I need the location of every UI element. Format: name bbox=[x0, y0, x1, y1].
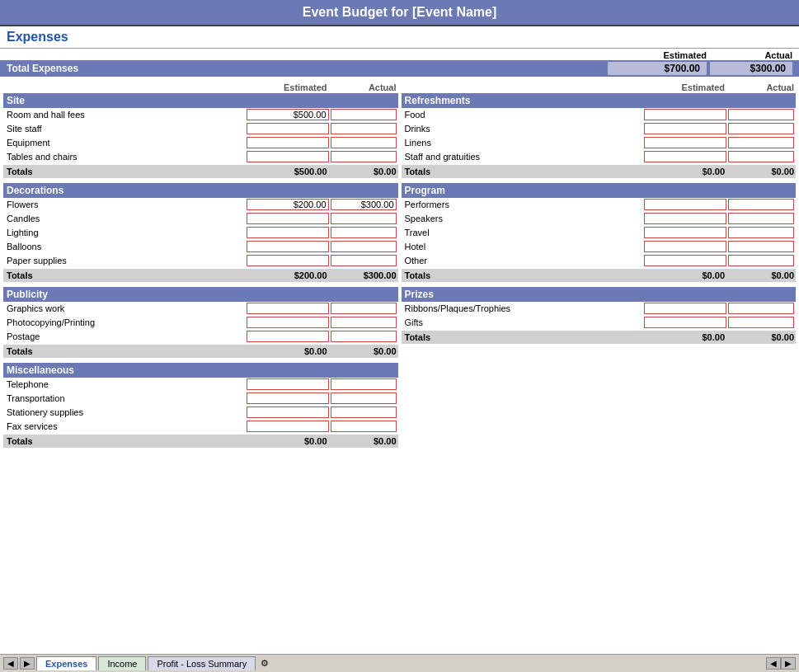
table-row: Other bbox=[402, 254, 797, 268]
misc-title: Miscellaneous bbox=[3, 363, 398, 378]
dec-candles-act[interactable] bbox=[331, 213, 397, 224]
prog-speakers-est[interactable] bbox=[644, 213, 726, 224]
total-expenses-label: Total Expenses bbox=[7, 63, 608, 74]
program-title: Program bbox=[402, 183, 797, 198]
page-title: Event Budget for [Event Name] bbox=[0, 0, 799, 26]
program-section: Program Performers Speakers Travel Hotel bbox=[402, 183, 797, 282]
dec-balloons-act[interactable] bbox=[331, 241, 397, 252]
prog-other-est[interactable] bbox=[644, 255, 726, 266]
tab-profit-loss[interactable]: Profit - Loss Summary bbox=[148, 656, 256, 670]
misc-fax-est[interactable] bbox=[247, 421, 329, 432]
miscellaneous-section: Miscellaneous Telephone Transportation S… bbox=[3, 363, 398, 448]
prog-travel-est[interactable] bbox=[644, 227, 726, 238]
site-totals-est: $500.00 bbox=[248, 167, 331, 176]
pub-totals-est: $0.00 bbox=[248, 346, 331, 356]
prog-other-act[interactable] bbox=[728, 255, 794, 266]
dec-flowers-act[interactable]: $300.00 bbox=[331, 199, 397, 210]
prog-performers-est[interactable] bbox=[644, 199, 726, 210]
table-row: Hotel bbox=[402, 240, 797, 254]
dec-paper-est[interactable] bbox=[247, 255, 329, 266]
table-row: Flowers $200.00 $300.00 bbox=[3, 198, 398, 212]
row-label: Room and hall fees bbox=[5, 110, 247, 120]
table-row: Drinks bbox=[402, 122, 797, 136]
pub-postage-act[interactable] bbox=[331, 331, 397, 342]
site-totals-label: Totals bbox=[5, 167, 248, 176]
row-label: Postage bbox=[5, 331, 247, 341]
ref-food-act[interactable] bbox=[728, 109, 794, 120]
row-label: Site staff bbox=[5, 124, 247, 134]
row-label: Fax services bbox=[5, 421, 247, 431]
prog-travel-act[interactable] bbox=[728, 227, 794, 238]
prog-speakers-act[interactable] bbox=[728, 213, 794, 224]
prog-hotel-act[interactable] bbox=[728, 241, 794, 252]
ref-linens-act[interactable] bbox=[728, 137, 794, 148]
dec-lighting-est[interactable] bbox=[247, 227, 329, 238]
prog-hotel-est[interactable] bbox=[644, 241, 726, 252]
prizes-gifts-act[interactable] bbox=[728, 317, 794, 328]
ref-act-header: Actual bbox=[728, 82, 794, 92]
site-equip-act[interactable] bbox=[331, 137, 397, 148]
misc-stat-act[interactable] bbox=[331, 406, 397, 418]
decorations-section: Decorations Flowers $200.00 $300.00 Cand… bbox=[3, 183, 398, 282]
dec-candles-est[interactable] bbox=[247, 213, 329, 224]
dec-lighting-act[interactable] bbox=[331, 227, 397, 238]
misc-tel-est[interactable] bbox=[247, 378, 329, 390]
misc-fax-act[interactable] bbox=[331, 421, 397, 432]
prizes-totals-act: $0.00 bbox=[728, 332, 794, 342]
refreshments-totals-row: Totals $0.00 $0.00 bbox=[402, 165, 797, 178]
prizes-ribbons-act[interactable] bbox=[728, 303, 794, 314]
prizes-totals-label: Totals bbox=[403, 332, 646, 342]
tab-nav-next[interactable]: ▶ bbox=[20, 657, 35, 670]
ref-drinks-act[interactable] bbox=[728, 123, 794, 134]
ref-linens-est[interactable] bbox=[644, 137, 726, 148]
scroll-right[interactable]: ▶ bbox=[781, 657, 796, 670]
pub-graphics-est[interactable] bbox=[247, 303, 329, 314]
misc-trans-act[interactable] bbox=[331, 392, 397, 404]
ref-totals-label: Totals bbox=[403, 167, 646, 176]
misc-totals-row: Totals $0.00 $0.00 bbox=[3, 435, 398, 448]
table-row: Speakers bbox=[402, 212, 797, 226]
pub-totals-act: $0.00 bbox=[331, 346, 397, 356]
table-row: Tables and chairs bbox=[3, 150, 398, 164]
misc-totals-label: Totals bbox=[5, 436, 248, 446]
misc-trans-est[interactable] bbox=[247, 392, 329, 404]
row-label: Stationery supplies bbox=[5, 407, 247, 417]
tab-expenses[interactable]: Expenses bbox=[36, 656, 96, 670]
main-content: Estimated Actual Site Room and hall fees… bbox=[0, 80, 799, 454]
tab-income[interactable]: Income bbox=[98, 656, 146, 670]
site-room-est[interactable]: $500.00 bbox=[247, 109, 329, 120]
decorations-title: Decorations bbox=[3, 183, 398, 198]
prizes-ribbons-est[interactable] bbox=[644, 303, 726, 314]
dec-balloons-est[interactable] bbox=[247, 241, 329, 252]
ref-staff-act[interactable] bbox=[728, 151, 794, 162]
site-staff-est[interactable] bbox=[247, 123, 329, 134]
site-tables-est[interactable] bbox=[247, 151, 329, 162]
pub-photo-est[interactable] bbox=[247, 317, 329, 328]
left-column: Estimated Actual Site Room and hall fees… bbox=[3, 82, 398, 453]
misc-stat-est[interactable] bbox=[247, 406, 329, 418]
prizes-totals-row: Totals $0.00 $0.00 bbox=[402, 331, 797, 344]
site-column-headers: Estimated Actual bbox=[3, 82, 398, 93]
pub-photo-act[interactable] bbox=[331, 317, 397, 328]
dec-paper-act[interactable] bbox=[331, 255, 397, 266]
ref-drinks-est[interactable] bbox=[644, 123, 726, 134]
ref-staff-est[interactable] bbox=[644, 151, 726, 162]
site-staff-act[interactable] bbox=[331, 123, 397, 134]
pub-totals-label: Totals bbox=[5, 346, 248, 356]
right-column: Estimated Actual Refreshments Food Drink… bbox=[402, 82, 797, 453]
refreshments-section: Estimated Actual Refreshments Food Drink… bbox=[402, 82, 797, 178]
prog-performers-act[interactable] bbox=[728, 199, 794, 210]
scroll-left[interactable]: ◀ bbox=[766, 657, 781, 670]
site-room-act[interactable] bbox=[331, 109, 397, 120]
site-equip-est[interactable] bbox=[247, 137, 329, 148]
site-tables-act[interactable] bbox=[331, 151, 397, 162]
tab-nav-prev[interactable]: ◀ bbox=[3, 657, 18, 670]
pub-postage-est[interactable] bbox=[247, 331, 329, 342]
row-label: Flowers bbox=[5, 200, 247, 209]
ref-food-est[interactable] bbox=[644, 109, 726, 120]
pub-graphics-act[interactable] bbox=[331, 303, 397, 314]
misc-tel-act[interactable] bbox=[331, 378, 397, 390]
prizes-gifts-est[interactable] bbox=[644, 317, 726, 328]
table-row: Travel bbox=[402, 226, 797, 240]
dec-flowers-est[interactable]: $200.00 bbox=[247, 199, 329, 210]
